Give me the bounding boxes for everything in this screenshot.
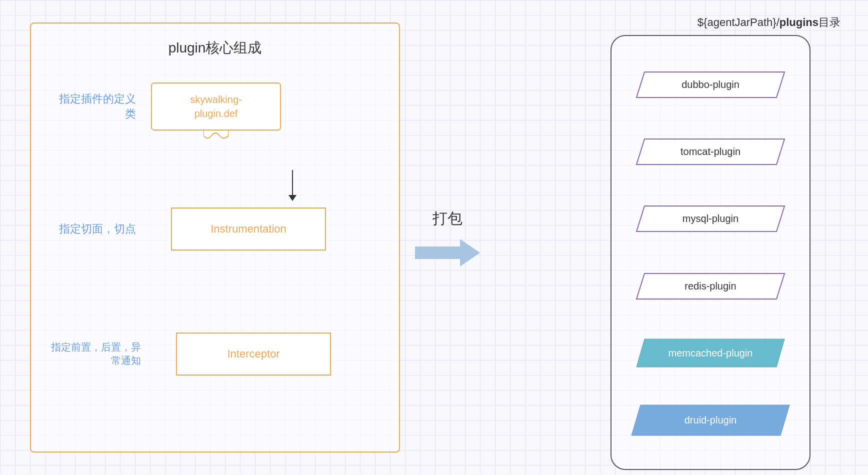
plugin-core-title: plugin核心组成 bbox=[168, 38, 262, 58]
instrumentation-node: Instrumentation bbox=[171, 208, 326, 250]
label-interceptor: 指定前置，后置，异常通知 bbox=[51, 340, 156, 368]
plugins-container: dubbo-plugin tomcat-plugin mys bbox=[610, 35, 810, 470]
memcached-plugin-label: memcached-plugin bbox=[668, 348, 753, 359]
label-definition: 指定插件的定义类 bbox=[51, 92, 151, 122]
skywalking-node: skywalking- plugin.def bbox=[151, 82, 281, 130]
arrowhead-1 bbox=[288, 195, 296, 201]
plugins-dir-title: ${agentJarPath}/plugins目录 bbox=[698, 15, 840, 30]
plugin-item-druid: druid-plugin bbox=[630, 406, 790, 436]
interceptor-node: Interceptor bbox=[176, 332, 331, 376]
label-instrumentation: 指定切面，切点 bbox=[51, 222, 151, 236]
tomcat-plugin-label: tomcat-plugin bbox=[680, 146, 740, 158]
dubbo-plugin-label: dubbo-plugin bbox=[682, 79, 740, 90]
arrow-line-1 bbox=[292, 170, 293, 195]
skywalking-node-container: skywalking- plugin.def bbox=[151, 82, 281, 130]
mysql-plugin-label: mysql-plugin bbox=[682, 213, 738, 224]
plugin-core-box: plugin核心组成 指定插件的定义类 skywalking- plugin.d… bbox=[30, 22, 400, 452]
redis-plugin-label: redis-plugin bbox=[684, 280, 736, 292]
plugin-item-mysql: mysql-plugin bbox=[630, 204, 790, 234]
plugin-item-tomcat: tomcat-plugin bbox=[630, 136, 790, 166]
plugin-item-memcached: memcached-plugin bbox=[630, 338, 790, 368]
plugin-item-dubbo: dubbo-plugin bbox=[630, 70, 790, 100]
pack-arrow bbox=[415, 239, 480, 266]
plugin-item-redis: redis-plugin bbox=[630, 271, 790, 301]
wavy-connector-svg bbox=[204, 130, 228, 146]
pack-label: 打包 bbox=[432, 208, 462, 229]
druid-plugin-label: druid-plugin bbox=[684, 414, 737, 426]
svg-marker-0 bbox=[415, 239, 480, 266]
